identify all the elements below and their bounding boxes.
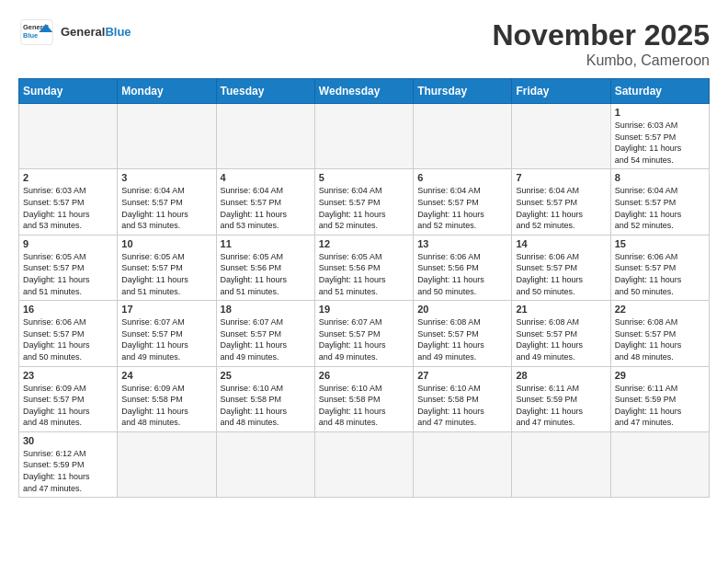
calendar-day-header: Saturday bbox=[610, 79, 709, 104]
day-info: Sunrise: 6:04 AMSunset: 5:57 PMDaylight:… bbox=[319, 185, 409, 231]
calendar-cell: 26Sunrise: 6:10 AMSunset: 5:58 PMDayligh… bbox=[314, 366, 413, 431]
day-number: 13 bbox=[417, 238, 507, 249]
calendar-cell bbox=[19, 104, 118, 169]
day-number: 22 bbox=[615, 304, 705, 315]
day-number: 20 bbox=[417, 304, 507, 315]
logo: General Blue GeneralBlue bbox=[18, 18, 131, 46]
day-info: Sunrise: 6:07 AMSunset: 5:57 PMDaylight:… bbox=[121, 316, 211, 362]
day-info: Sunrise: 6:08 AMSunset: 5:57 PMDaylight:… bbox=[615, 316, 705, 362]
day-number: 1 bbox=[615, 107, 705, 118]
day-info: Sunrise: 6:05 AMSunset: 5:57 PMDaylight:… bbox=[23, 251, 113, 297]
calendar-cell: 15Sunrise: 6:06 AMSunset: 5:57 PMDayligh… bbox=[610, 235, 709, 300]
logo-text: GeneralBlue bbox=[61, 25, 131, 40]
day-info: Sunrise: 6:06 AMSunset: 5:57 PMDaylight:… bbox=[23, 316, 113, 362]
logo-icon: General Blue bbox=[18, 18, 55, 46]
day-info: Sunrise: 6:06 AMSunset: 5:57 PMDaylight:… bbox=[516, 251, 606, 297]
calendar-cell: 30Sunrise: 6:12 AMSunset: 5:59 PMDayligh… bbox=[19, 431, 118, 497]
day-number: 3 bbox=[121, 172, 211, 183]
calendar-day-header: Friday bbox=[512, 79, 610, 104]
calendar-cell: 25Sunrise: 6:10 AMSunset: 5:58 PMDayligh… bbox=[216, 366, 314, 431]
day-info: Sunrise: 6:05 AMSunset: 5:56 PMDaylight:… bbox=[319, 251, 409, 297]
calendar-cell: 3Sunrise: 6:04 AMSunset: 5:57 PMDaylight… bbox=[118, 169, 216, 235]
day-number: 21 bbox=[516, 304, 606, 315]
day-number: 19 bbox=[319, 304, 409, 315]
calendar-cell: 11Sunrise: 6:05 AMSunset: 5:56 PMDayligh… bbox=[216, 235, 314, 300]
day-info: Sunrise: 6:05 AMSunset: 5:56 PMDaylight:… bbox=[221, 251, 311, 297]
calendar-cell bbox=[414, 104, 512, 169]
day-info: Sunrise: 6:08 AMSunset: 5:57 PMDaylight:… bbox=[516, 316, 606, 362]
calendar-cell: 7Sunrise: 6:04 AMSunset: 5:57 PMDaylight… bbox=[512, 169, 610, 235]
calendar-cell: 9Sunrise: 6:05 AMSunset: 5:57 PMDaylight… bbox=[19, 235, 118, 300]
calendar-cell: 29Sunrise: 6:11 AMSunset: 5:59 PMDayligh… bbox=[610, 366, 709, 431]
calendar-cell bbox=[216, 104, 314, 169]
calendar-cell: 6Sunrise: 6:04 AMSunset: 5:57 PMDaylight… bbox=[414, 169, 512, 235]
day-info: Sunrise: 6:04 AMSunset: 5:57 PMDaylight:… bbox=[615, 185, 705, 231]
location: Kumbo, Cameroon bbox=[492, 52, 710, 69]
calendar-cell: 23Sunrise: 6:09 AMSunset: 5:57 PMDayligh… bbox=[19, 366, 118, 431]
calendar-cell bbox=[414, 431, 512, 497]
calendar-cell bbox=[314, 431, 413, 497]
day-number: 23 bbox=[23, 370, 113, 381]
calendar-cell bbox=[216, 431, 314, 497]
calendar-table: SundayMondayTuesdayWednesdayThursdayFrid… bbox=[18, 78, 710, 498]
calendar-cell: 12Sunrise: 6:05 AMSunset: 5:56 PMDayligh… bbox=[314, 235, 413, 300]
calendar-day-header: Tuesday bbox=[216, 79, 314, 104]
calendar-cell: 10Sunrise: 6:05 AMSunset: 5:57 PMDayligh… bbox=[118, 235, 216, 300]
calendar-cell: 16Sunrise: 6:06 AMSunset: 5:57 PMDayligh… bbox=[19, 301, 118, 366]
calendar-day-header: Monday bbox=[118, 79, 216, 104]
calendar-cell: 20Sunrise: 6:08 AMSunset: 5:57 PMDayligh… bbox=[414, 301, 512, 366]
calendar-cell: 21Sunrise: 6:08 AMSunset: 5:57 PMDayligh… bbox=[512, 301, 610, 366]
svg-text:Blue: Blue bbox=[23, 31, 38, 40]
day-number: 27 bbox=[417, 370, 507, 381]
day-info: Sunrise: 6:11 AMSunset: 5:59 PMDaylight:… bbox=[516, 383, 606, 429]
calendar-cell: 27Sunrise: 6:10 AMSunset: 5:58 PMDayligh… bbox=[414, 366, 512, 431]
calendar-day-header: Thursday bbox=[414, 79, 512, 104]
day-info: Sunrise: 6:11 AMSunset: 5:59 PMDaylight:… bbox=[615, 383, 705, 429]
day-number: 10 bbox=[121, 238, 211, 249]
day-info: Sunrise: 6:07 AMSunset: 5:57 PMDaylight:… bbox=[319, 316, 409, 362]
day-number: 14 bbox=[516, 238, 606, 249]
day-number: 9 bbox=[23, 238, 113, 249]
calendar-cell: 13Sunrise: 6:06 AMSunset: 5:56 PMDayligh… bbox=[414, 235, 512, 300]
calendar-cell: 28Sunrise: 6:11 AMSunset: 5:59 PMDayligh… bbox=[512, 366, 610, 431]
month-title: November 2025 bbox=[492, 18, 710, 52]
day-number: 11 bbox=[221, 238, 311, 249]
day-info: Sunrise: 6:04 AMSunset: 5:57 PMDaylight:… bbox=[417, 185, 507, 231]
day-number: 29 bbox=[615, 370, 705, 381]
day-number: 18 bbox=[221, 304, 311, 315]
calendar-cell bbox=[118, 104, 216, 169]
calendar-cell: 4Sunrise: 6:04 AMSunset: 5:57 PMDaylight… bbox=[216, 169, 314, 235]
day-number: 8 bbox=[615, 172, 705, 183]
calendar-cell: 17Sunrise: 6:07 AMSunset: 5:57 PMDayligh… bbox=[118, 301, 216, 366]
day-number: 28 bbox=[516, 370, 606, 381]
calendar-cell: 5Sunrise: 6:04 AMSunset: 5:57 PMDaylight… bbox=[314, 169, 413, 235]
day-info: Sunrise: 6:03 AMSunset: 5:57 PMDaylight:… bbox=[23, 185, 113, 231]
day-number: 24 bbox=[121, 370, 211, 381]
page-header: General Blue GeneralBlue November 2025 K… bbox=[18, 18, 710, 69]
day-number: 30 bbox=[23, 435, 113, 446]
day-number: 6 bbox=[417, 172, 507, 183]
day-number: 2 bbox=[23, 172, 113, 183]
calendar-header-row: SundayMondayTuesdayWednesdayThursdayFrid… bbox=[19, 79, 710, 104]
title-block: November 2025 Kumbo, Cameroon bbox=[492, 18, 710, 69]
day-info: Sunrise: 6:03 AMSunset: 5:57 PMDaylight:… bbox=[615, 120, 705, 166]
day-number: 12 bbox=[319, 238, 409, 249]
calendar-cell: 2Sunrise: 6:03 AMSunset: 5:57 PMDaylight… bbox=[19, 169, 118, 235]
day-number: 7 bbox=[516, 172, 606, 183]
day-info: Sunrise: 6:04 AMSunset: 5:57 PMDaylight:… bbox=[516, 185, 606, 231]
day-info: Sunrise: 6:08 AMSunset: 5:57 PMDaylight:… bbox=[417, 316, 507, 362]
calendar-cell bbox=[512, 431, 610, 497]
day-info: Sunrise: 6:09 AMSunset: 5:58 PMDaylight:… bbox=[121, 383, 211, 429]
day-number: 15 bbox=[615, 238, 705, 249]
calendar-cell bbox=[610, 431, 709, 497]
calendar-day-header: Sunday bbox=[19, 79, 118, 104]
day-info: Sunrise: 6:09 AMSunset: 5:57 PMDaylight:… bbox=[23, 383, 113, 429]
day-number: 4 bbox=[221, 172, 311, 183]
day-info: Sunrise: 6:07 AMSunset: 5:57 PMDaylight:… bbox=[221, 316, 311, 362]
calendar-cell: 1Sunrise: 6:03 AMSunset: 5:57 PMDaylight… bbox=[610, 104, 709, 169]
day-info: Sunrise: 6:04 AMSunset: 5:57 PMDaylight:… bbox=[221, 185, 311, 231]
day-info: Sunrise: 6:10 AMSunset: 5:58 PMDaylight:… bbox=[319, 383, 409, 429]
calendar-cell bbox=[118, 431, 216, 497]
calendar-cell: 22Sunrise: 6:08 AMSunset: 5:57 PMDayligh… bbox=[610, 301, 709, 366]
day-info: Sunrise: 6:10 AMSunset: 5:58 PMDaylight:… bbox=[417, 383, 507, 429]
